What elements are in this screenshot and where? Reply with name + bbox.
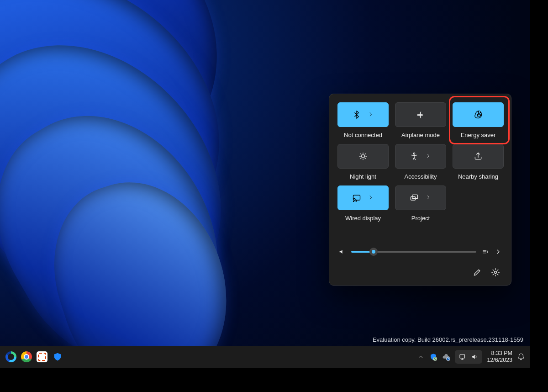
volume-slider[interactable] [351,251,476,253]
network-tray-icon [458,353,467,361]
volume-tray-icon [470,353,479,361]
nearby-share-icon [474,152,483,161]
night-light-label: Night light [350,173,376,180]
svg-rect-3 [353,195,360,200]
night-light-toggle[interactable] [337,144,389,169]
desktop-wallpaper[interactable]: Not connected Airplane mode [0,0,530,368]
taskbar: 8:33 PM 12/6/2023 [0,346,530,368]
windows-security-app-icon[interactable] [51,350,64,363]
windows-security-tray-icon[interactable] [429,353,437,361]
chevron-right-icon[interactable] [368,194,374,202]
svg-rect-0 [477,114,480,116]
volume-slider-thumb[interactable] [369,248,378,256]
watermark: Evaluation copy. Build 26002.rs_prerelea… [373,336,523,344]
taskbar-time: 8:33 PM [491,350,512,357]
accessibility-icon [410,152,419,161]
accessibility-label: Accessibility [405,173,437,180]
bluetooth-label: Not connected [344,132,382,138]
project-label: Project [411,215,430,222]
project-toggle[interactable] [395,185,446,210]
snipping-tool-app-icon[interactable] [36,350,48,363]
taskbar-date: 12/6/2023 [487,357,512,364]
chrome-app-icon[interactable] [20,350,33,363]
watermark-build: Evaluation copy. Build 26002.rs_prerelea… [373,336,523,344]
volume-icon[interactable] [338,248,346,255]
svg-point-7 [495,271,497,274]
airplane-mode-toggle[interactable] [395,102,446,127]
svg-rect-10 [460,355,465,358]
energy-saver-icon [474,110,483,119]
nearby-sharing-toggle[interactable] [453,144,504,169]
system-tray-quick-settings[interactable] [455,350,482,364]
airplane-mode-label: Airplane mode [401,132,440,138]
tray-overflow-button[interactable] [416,353,425,361]
cast-label: Wired display [345,215,381,222]
chevron-right-icon[interactable] [495,248,502,255]
energy-saver-label: Energy saver [461,132,496,138]
nearby-sharing-label: Nearby sharing [458,173,498,180]
audio-output-icon[interactable] [482,248,489,255]
airplane-icon [416,110,425,119]
energy-saver-toggle[interactable] [453,102,504,127]
accessibility-toggle[interactable] [395,144,446,169]
svg-point-1 [362,155,365,158]
onedrive-tray-icon[interactable] [442,353,450,361]
chevron-right-icon[interactable] [425,194,432,202]
chevron-right-icon[interactable] [368,111,374,119]
edit-quick-settings-button[interactable] [473,268,482,277]
chevron-right-icon[interactable] [425,153,432,160]
settings-button[interactable] [491,268,500,277]
bluetooth-toggle[interactable] [337,102,389,127]
taskbar-clock[interactable]: 8:33 PM 12/6/2023 [487,350,512,364]
edge-app-icon[interactable] [5,350,17,363]
bluetooth-icon [352,110,361,119]
project-icon [410,193,419,202]
svg-point-2 [413,153,415,154]
quick-settings-flyout: Not connected Airplane mode [329,94,511,286]
cast-toggle[interactable] [337,185,389,210]
night-light-icon [358,152,368,161]
svg-point-4 [353,201,354,202]
cast-icon [352,193,361,202]
notifications-button[interactable] [517,353,525,361]
